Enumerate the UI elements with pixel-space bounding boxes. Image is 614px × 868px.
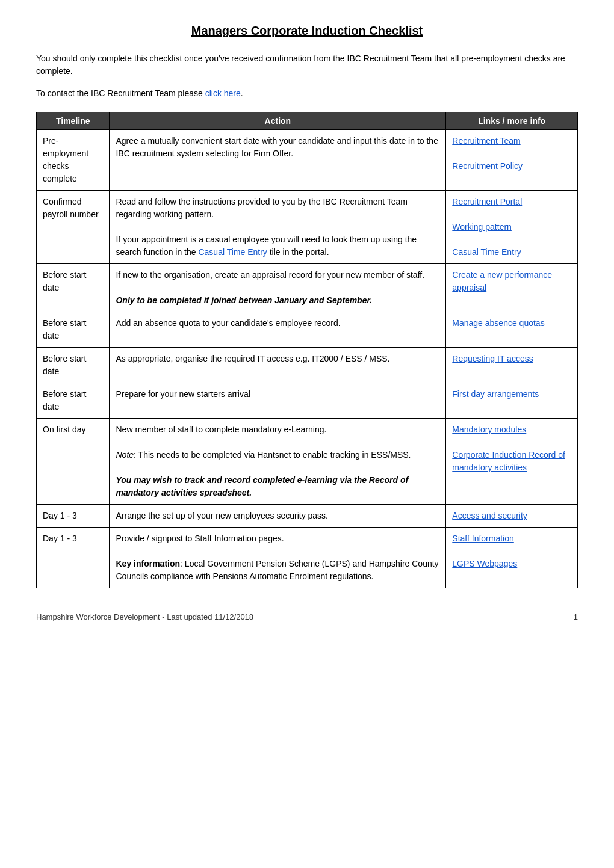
action-cell: Prepare for your new starters arrival	[110, 383, 446, 419]
timeline-cell: Before start date	[37, 264, 110, 312]
action-cell: Agree a mutually convenient start date w…	[110, 130, 446, 191]
info-link[interactable]: Access and security	[452, 511, 527, 520]
action-cell: Read and follow the instructions provide…	[110, 191, 446, 264]
info-link[interactable]: Mandatory modules	[452, 425, 526, 434]
header-timeline: Timeline	[37, 112, 110, 130]
intro-paragraph: You should only complete this checklist …	[36, 52, 578, 78]
info-link[interactable]: Requesting IT access	[452, 354, 533, 363]
info-link[interactable]: Staff Information	[452, 534, 513, 543]
action-italic: You may wish to track and record complet…	[116, 475, 408, 497]
table-row: Day 1 - 3Arrange the set up of your new …	[37, 505, 578, 528]
info-link[interactable]: First day arrangements	[452, 389, 539, 399]
action-cell: If new to the organisation, create an ap…	[110, 264, 446, 312]
timeline-cell: Before start date	[37, 383, 110, 419]
timeline-cell: Pre-employment checks complete	[37, 130, 110, 191]
contact-line-text: To contact the IBC Recruitment Team plea…	[36, 88, 205, 98]
action-cell: New member of staff to complete mandator…	[110, 419, 446, 505]
links-cell: Recruitment TeamRecruitment Policy	[446, 130, 578, 191]
info-link[interactable]: Casual Time Entry	[452, 247, 521, 257]
table-row: Confirmed payroll numberRead and follow …	[37, 191, 578, 264]
action-cell: As appropriate, organise the required IT…	[110, 348, 446, 383]
checklist-table: Timeline Action Links / more info Pre-em…	[36, 112, 578, 588]
action-cell: Provide / signpost to Staff Information …	[110, 528, 446, 588]
action-cell: Add an absence quota to your candidate's…	[110, 312, 446, 348]
links-cell: Manage absence quotas	[446, 312, 578, 348]
table-row: Before start dateAdd an absence quota to…	[37, 312, 578, 348]
table-row: On first dayNew member of staff to compl…	[37, 419, 578, 505]
links-cell: Create a new performance appraisal	[446, 264, 578, 312]
info-link[interactable]: Working pattern	[452, 222, 512, 232]
info-link[interactable]: Create a new performance appraisal	[452, 270, 552, 292]
info-link[interactable]: Recruitment Portal	[452, 197, 522, 206]
info-link[interactable]: Recruitment Team	[452, 136, 520, 146]
timeline-cell: Day 1 - 3	[37, 528, 110, 588]
footer-left: Hampshire Workforce Development - Last u…	[36, 612, 253, 621]
page-title: Managers Corporate Induction Checklist	[36, 24, 578, 38]
info-link[interactable]: Recruitment Policy	[452, 161, 523, 171]
info-link[interactable]: LGPS Webpages	[452, 559, 517, 568]
links-cell: Recruitment PortalWorking patternCasual …	[446, 191, 578, 264]
header-action: Action	[110, 112, 446, 130]
table-row: Before start dateAs appropriate, organis…	[37, 348, 578, 383]
table-row: Pre-employment checks completeAgree a mu…	[37, 130, 578, 191]
timeline-cell: On first day	[37, 419, 110, 505]
info-link[interactable]: Corporate Induction Record of mandatory …	[452, 450, 565, 472]
footer: Hampshire Workforce Development - Last u…	[36, 612, 578, 621]
timeline-cell: Day 1 - 3	[37, 505, 110, 528]
action-note-italic: Note	[116, 450, 134, 460]
table-row: Day 1 - 3Provide / signpost to Staff Inf…	[37, 528, 578, 588]
action-cell: Arrange the set up of your new employees…	[110, 505, 446, 528]
action-italic: Only to be completed if joined between J…	[116, 295, 372, 305]
contact-link[interactable]: click here	[205, 88, 241, 98]
info-link[interactable]: Manage absence quotas	[452, 318, 544, 328]
contact-line: To contact the IBC Recruitment Team plea…	[36, 87, 578, 100]
links-cell: Access and security	[446, 505, 578, 528]
header-links: Links / more info	[446, 112, 578, 130]
action-bold: Key information	[116, 559, 180, 568]
links-cell: Staff InformationLGPS Webpages	[446, 528, 578, 588]
table-row: Before start dateIf new to the organisat…	[37, 264, 578, 312]
timeline-cell: Before start date	[37, 348, 110, 383]
table-row: Before start datePrepare for your new st…	[37, 383, 578, 419]
links-cell: First day arrangements	[446, 383, 578, 419]
links-cell: Requesting IT access	[446, 348, 578, 383]
timeline-cell: Before start date	[37, 312, 110, 348]
action-link[interactable]: Casual Time Entry	[198, 247, 267, 257]
links-cell: Mandatory modulesCorporate Induction Rec…	[446, 419, 578, 505]
timeline-cell: Confirmed payroll number	[37, 191, 110, 264]
footer-right: 1	[574, 612, 578, 621]
table-header-row: Timeline Action Links / more info	[37, 112, 578, 130]
